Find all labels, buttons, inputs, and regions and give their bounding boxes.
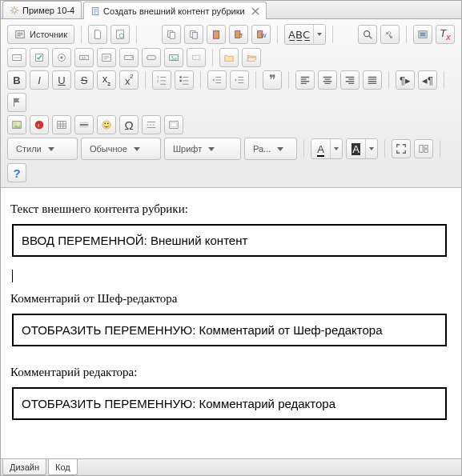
svg-rect-10 — [215, 30, 218, 32]
doc-icon — [90, 6, 100, 16]
paste-word-button[interactable]: W — [251, 25, 271, 44]
italic-button[interactable]: I — [30, 70, 49, 90]
align-right-button[interactable] — [340, 70, 360, 90]
svg-rect-27 — [147, 55, 156, 59]
caption-1: Текст внешнего контента рубрики: — [10, 202, 452, 216]
textarea-button[interactable] — [97, 48, 116, 67]
new-doc-button[interactable] — [88, 25, 107, 44]
hidden-field[interactable] — [187, 48, 206, 67]
bulletlist-button[interactable] — [175, 70, 194, 90]
preview-button[interactable] — [110, 25, 130, 44]
align-center-button[interactable] — [318, 70, 337, 90]
maximize-button[interactable] — [392, 139, 411, 158]
svg-point-0 — [13, 8, 17, 12]
align-justify-button[interactable] — [363, 70, 382, 90]
selectall-button[interactable] — [413, 25, 432, 44]
styles-dropdown[interactable]: Стили — [7, 138, 78, 160]
remove-format-button[interactable]: Tx — [436, 25, 455, 44]
paste-button[interactable] — [207, 25, 226, 44]
select-button[interactable] — [119, 48, 139, 67]
caption-2: Комментарий от Шеф-редактора — [10, 292, 452, 306]
svg-point-15 — [364, 31, 370, 37]
star-icon — [10, 6, 19, 15]
image-button[interactable] — [7, 115, 26, 134]
replace-button[interactable]: ab — [380, 25, 400, 44]
help-button[interactable]: ? — [7, 163, 26, 182]
button-insert[interactable] — [142, 48, 161, 67]
format-dropdown[interactable]: Обычное — [81, 138, 161, 160]
copy-button[interactable] — [162, 25, 181, 44]
svg-point-22 — [60, 56, 63, 59]
svg-point-41 — [104, 122, 106, 124]
blockquote-button[interactable]: ❞ — [263, 70, 282, 90]
checkbox-button[interactable] — [30, 48, 49, 67]
font-dropdown[interactable]: Шрифт — [164, 138, 241, 160]
rtl-button[interactable]: ◂¶ — [418, 70, 437, 90]
textcolor[interactable]: A — [311, 138, 343, 159]
folder-open-button[interactable] — [242, 48, 261, 67]
underline-button[interactable]: U — [52, 70, 71, 90]
editor-tabs: Пример 10-4 Создать внешний контент рубр… — [1, 1, 461, 19]
source-button[interactable]: Источник — [7, 25, 74, 44]
copy2-button[interactable] — [184, 25, 203, 44]
close-icon[interactable] — [251, 7, 259, 15]
svg-rect-30 — [193, 55, 200, 59]
svg-text:a: a — [386, 30, 389, 35]
varbox-3[interactable]: ОТОБРАЗИТЬ ПЕРЕМЕННУЮ: Комментарий редак… — [12, 387, 447, 420]
find-button[interactable] — [358, 25, 377, 44]
form-button[interactable] — [7, 48, 26, 67]
spellcheck-icon: A̲B̲C̲ — [288, 30, 310, 40]
paste-text-button[interactable]: T — [229, 25, 248, 44]
anchor-flag-button[interactable] — [7, 93, 26, 112]
editor-toolbar: Источник T W A̲B̲C̲ ab Tx ab B I U S x₂ … — [1, 19, 461, 188]
tab-2[interactable]: Создать внешний контент рубрики — [83, 2, 267, 19]
pagebreak-button[interactable] — [142, 115, 161, 134]
svg-point-36 — [14, 122, 17, 125]
numlist-button[interactable]: 12 — [152, 70, 171, 90]
table-button[interactable] — [52, 115, 71, 134]
smiley-button[interactable] — [97, 115, 116, 134]
tab-1[interactable]: Пример 10-4 — [2, 1, 82, 18]
tab-label: Создать внешний контент рубрики — [103, 6, 245, 16]
bgcolor[interactable]: A — [346, 138, 378, 159]
textfield-button[interactable]: ab — [74, 48, 94, 67]
design-tab[interactable]: Дизайн — [2, 459, 46, 475]
varbox-2[interactable]: ОТОБРАЗИТЬ ПЕРЕМЕННУЮ: Комментарий от Ше… — [12, 314, 447, 346]
folder-button[interactable] — [219, 48, 239, 67]
indent-button[interactable] — [230, 70, 249, 90]
svg-point-33 — [179, 76, 182, 78]
svg-rect-6 — [170, 32, 175, 38]
imagebtn-insert[interactable] — [164, 48, 183, 67]
svg-text:2: 2 — [157, 79, 159, 83]
size-dropdown[interactable]: Ра... — [244, 138, 297, 160]
iframe-button[interactable] — [164, 115, 183, 134]
outdent-button[interactable] — [207, 70, 227, 90]
svg-point-40 — [102, 121, 111, 130]
mode-tabs: Дизайн Код — [1, 458, 461, 475]
bold-button[interactable]: B — [7, 70, 26, 90]
svg-point-29 — [171, 56, 173, 58]
hr-button[interactable] — [74, 115, 94, 134]
align-left-button[interactable] — [295, 70, 315, 90]
ltr-button[interactable]: ¶▸ — [396, 70, 415, 90]
svg-rect-46 — [424, 146, 428, 149]
varbox-1[interactable]: ВВОД ПЕРЕМЕННОЙ: Внешний контент — [12, 224, 447, 257]
bgcolor-icon: A — [352, 144, 360, 154]
svg-text:f: f — [38, 122, 39, 128]
superscript-button[interactable]: x² — [119, 70, 139, 90]
svg-rect-8 — [192, 32, 197, 38]
strike-button[interactable]: S — [74, 70, 94, 90]
svg-rect-9 — [213, 31, 219, 39]
showblocks-button[interactable] — [414, 139, 433, 158]
subscript-button[interactable]: x₂ — [97, 70, 116, 90]
text-cursor — [12, 270, 13, 282]
spellcheck[interactable]: A̲B̲C̲ — [284, 24, 326, 45]
flash-button[interactable]: f — [30, 115, 49, 134]
svg-text:T: T — [239, 33, 243, 38]
editor-content[interactable]: Текст внешнего контента рубрики: ВВОД ПЕ… — [1, 188, 461, 458]
svg-point-37 — [35, 121, 44, 130]
source-icon — [14, 29, 26, 40]
specialchar-button[interactable]: Ω — [119, 115, 139, 134]
code-tab[interactable]: Код — [48, 459, 78, 475]
radio-button[interactable] — [52, 48, 71, 67]
